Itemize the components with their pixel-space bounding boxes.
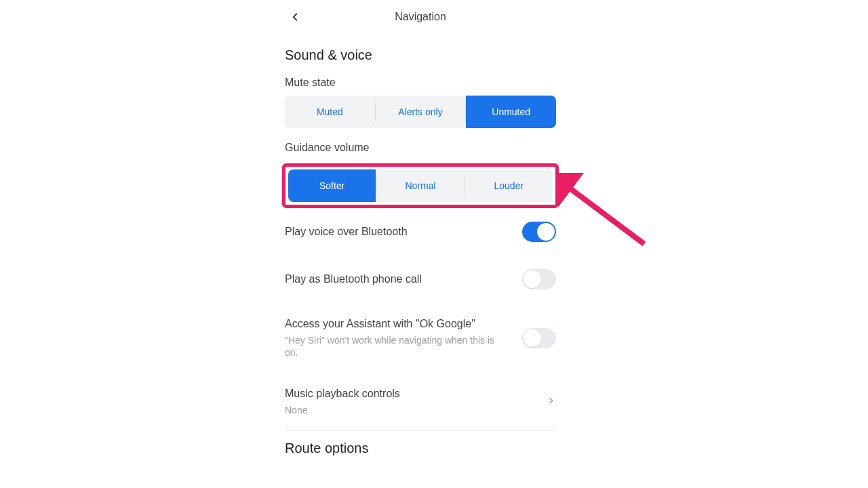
row-text: Access your Assistant with "Ok Google" "… bbox=[285, 317, 522, 359]
row-text: Music playback controls None bbox=[285, 386, 547, 416]
music-playback-row[interactable]: Music playback controls None bbox=[278, 373, 563, 430]
section-route-options-heading: Route options bbox=[278, 431, 563, 464]
toggle-knob bbox=[524, 270, 541, 288]
assistant-row: Access your Assistant with "Ok Google" "… bbox=[278, 303, 563, 373]
music-playback-title: Music playback controls bbox=[285, 386, 533, 401]
chevron-left-icon bbox=[289, 11, 301, 23]
annotation-arrow-icon bbox=[556, 173, 651, 254]
toggle-knob bbox=[537, 223, 555, 241]
assistant-subtitle: "Hey Siri" won't work while navigating w… bbox=[285, 334, 509, 360]
svg-line-1 bbox=[563, 183, 644, 244]
assistant-toggle[interactable] bbox=[522, 328, 556, 348]
play-voice-bluetooth-toggle[interactable] bbox=[522, 222, 556, 242]
section-sound-voice-heading: Sound & voice bbox=[278, 34, 563, 71]
mute-state-segmented: Muted Alerts only Unmuted bbox=[285, 96, 556, 128]
assistant-title: Access your Assistant with "Ok Google" bbox=[285, 317, 509, 331]
chevron-right-icon bbox=[547, 394, 556, 409]
play-as-call-title: Play as Bluetooth phone call bbox=[285, 272, 509, 287]
back-button[interactable] bbox=[285, 7, 305, 27]
play-voice-bluetooth-title: Play voice over Bluetooth bbox=[285, 224, 509, 239]
mute-state-option-muted[interactable]: Muted bbox=[285, 96, 375, 128]
toggle-knob bbox=[524, 329, 541, 347]
row-text: Play voice over Bluetooth bbox=[285, 224, 522, 239]
annotation-highlight-box: Softer Normal Louder bbox=[282, 163, 559, 208]
page-title: Navigation bbox=[278, 11, 563, 23]
guidance-volume-label: Guidance volume bbox=[278, 136, 563, 161]
row-text: Play as Bluetooth phone call bbox=[285, 272, 522, 287]
guidance-volume-option-softer[interactable]: Softer bbox=[288, 169, 376, 202]
guidance-volume-segmented: Softer Normal Louder bbox=[288, 169, 553, 202]
navigation-settings-screen: Navigation Sound & voice Mute state Mute… bbox=[278, 0, 563, 464]
play-voice-bluetooth-row: Play voice over Bluetooth bbox=[278, 208, 563, 256]
header-bar: Navigation bbox=[278, 0, 563, 34]
play-as-call-row: Play as Bluetooth phone call bbox=[278, 256, 563, 303]
guidance-volume-option-normal[interactable]: Normal bbox=[376, 169, 464, 202]
music-playback-value: None bbox=[285, 404, 533, 417]
mute-state-option-unmuted[interactable]: Unmuted bbox=[466, 96, 556, 128]
mute-state-label: Mute state bbox=[278, 71, 563, 96]
play-as-call-toggle[interactable] bbox=[522, 269, 556, 289]
mute-state-option-alerts-only[interactable]: Alerts only bbox=[376, 96, 466, 128]
guidance-volume-option-louder[interactable]: Louder bbox=[465, 169, 553, 202]
